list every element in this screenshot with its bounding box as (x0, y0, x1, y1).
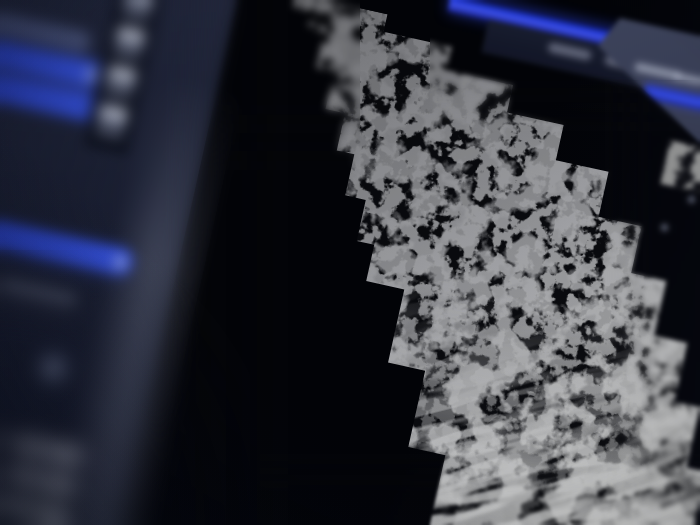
tool-icon (114, 25, 146, 53)
tool-button-1[interactable] (119, 0, 155, 25)
screen (0, 0, 700, 525)
tool-icon (105, 64, 137, 92)
tool-icon (97, 103, 129, 131)
tool-button-4[interactable] (93, 103, 129, 142)
speck (661, 224, 668, 231)
tool-button-2[interactable] (111, 25, 147, 64)
tool-button-3[interactable] (102, 64, 138, 103)
menu-text-smudge (547, 42, 592, 61)
row-glow-icon (110, 252, 130, 272)
panel-text-smudge (634, 62, 681, 81)
panel-text-smudge (674, 72, 700, 86)
speck (688, 196, 695, 203)
photographed-monitor (0, 0, 700, 525)
